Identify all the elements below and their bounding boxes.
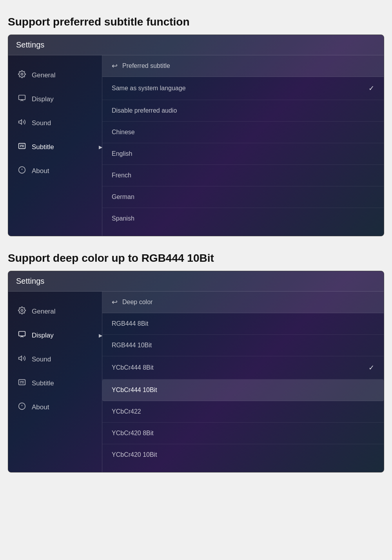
sidebar-item-general[interactable]: General — [8, 63, 102, 87]
sidebar-item-label-display: Display — [32, 95, 54, 103]
settings-panel-2: Settings GeneralDisplaySoundSubtitleAbou… — [8, 271, 384, 472]
section-title-2: Support deep color up to RGB444 10Bit — [8, 252, 384, 264]
content-list: RGB444 8BitRGB444 10BitYCbCr444 8Bit✓YCb… — [102, 313, 384, 465]
content-header: ↩Preferred subtitle — [102, 55, 384, 77]
sidebar-item-label-general: General — [32, 308, 55, 316]
svg-marker-12 — [19, 356, 22, 361]
list-item[interactable]: YCbCr444 10Bit — [102, 379, 384, 401]
list-item-label: YCbCr422 — [112, 408, 141, 415]
list-item-label: RGB444 8Bit — [112, 320, 148, 327]
list-item[interactable]: Spanish — [102, 208, 384, 229]
about-icon — [18, 402, 26, 412]
sidebar-item-label-subtitle: Subtitle — [32, 379, 54, 387]
list-item-label: Spanish — [112, 215, 134, 222]
list-item[interactable]: English — [102, 143, 384, 165]
section-title-1: Support preferred subtitle function — [8, 16, 384, 28]
list-item[interactable]: RGB444 10Bit — [102, 335, 384, 356]
list-item-label: Disable preferred audio — [112, 107, 177, 114]
sound-icon — [18, 354, 26, 364]
settings-header-1: Settings — [8, 35, 384, 55]
list-item-label: English — [112, 150, 132, 157]
svg-rect-3 — [19, 143, 25, 148]
sound-icon — [18, 118, 26, 128]
list-item[interactable]: German — [102, 186, 384, 208]
general-icon — [18, 70, 26, 80]
sidebar-item-label-subtitle: Subtitle — [32, 143, 54, 151]
list-item-label: YCbCr444 10Bit — [112, 387, 157, 394]
sidebar-item-label-display: Display — [32, 332, 54, 339]
subtitle-icon — [18, 142, 26, 152]
list-item-label: Chinese — [112, 129, 135, 136]
check-icon: ✓ — [368, 84, 374, 93]
list-item-label: YCbCr444 8Bit — [112, 364, 154, 371]
back-icon[interactable]: ↩ — [112, 298, 118, 306]
sidebar-item-label-sound: Sound — [32, 356, 51, 363]
list-item-label: YCbCr420 8Bit — [112, 430, 154, 437]
list-item[interactable]: YCbCr422 — [102, 401, 384, 423]
list-item-label: German — [112, 193, 134, 201]
back-icon[interactable]: ↩ — [112, 62, 118, 70]
list-item-label: Same as system language — [112, 85, 186, 92]
about-icon — [18, 166, 26, 176]
list-item[interactable]: Same as system language✓ — [102, 77, 384, 100]
settings-panel-1: Settings GeneralDisplaySoundSubtitleAbou… — [8, 35, 384, 236]
subtitle-icon — [18, 378, 26, 388]
list-item[interactable]: YCbCr444 8Bit✓ — [102, 356, 384, 379]
sidebar-item-label-general: General — [32, 71, 55, 79]
content-header: ↩Deep color — [102, 292, 384, 313]
settings-body-2: GeneralDisplaySoundSubtitleAbout ↩Deep c… — [8, 292, 384, 472]
sidebar-item-subtitle[interactable]: Subtitle — [8, 135, 102, 159]
check-icon: ✓ — [368, 363, 374, 372]
svg-point-0 — [21, 73, 23, 75]
list-item-label: RGB444 10Bit — [112, 342, 152, 349]
content-header-title: Preferred subtitle — [122, 62, 170, 69]
content-panel-2: ↩Deep colorRGB444 8BitRGB444 10BitYCbCr4… — [102, 292, 384, 472]
content-list: Same as system language✓Disable preferre… — [102, 77, 384, 229]
sidebar-1: GeneralDisplaySoundSubtitleAbout — [8, 55, 102, 236]
sidebar-item-sound[interactable]: Sound — [8, 111, 102, 135]
list-item-label: YCbCr420 10Bit — [112, 451, 157, 458]
sidebar-item-label-about: About — [32, 167, 49, 175]
settings-header-2: Settings — [8, 271, 384, 292]
sidebar-item-about[interactable]: About — [8, 159, 102, 183]
list-item[interactable]: Disable preferred audio — [102, 100, 384, 122]
sidebar-item-label-about: About — [32, 403, 49, 411]
content-panel-1: ↩Preferred subtitleSame as system langua… — [102, 55, 384, 236]
list-item[interactable]: French — [102, 165, 384, 186]
display-icon — [18, 94, 26, 104]
content-header-title: Deep color — [122, 299, 152, 306]
display-icon — [18, 330, 26, 340]
settings-body-1: GeneralDisplaySoundSubtitleAbout ↩Prefer… — [8, 55, 384, 236]
sidebar-2: GeneralDisplaySoundSubtitleAbout — [8, 292, 102, 472]
sidebar-item-label-sound: Sound — [32, 119, 51, 127]
svg-point-10 — [21, 310, 23, 312]
svg-rect-1 — [19, 95, 25, 100]
sidebar-item-sound[interactable]: Sound — [8, 347, 102, 371]
svg-rect-13 — [19, 379, 25, 385]
sidebar-item-display[interactable]: Display — [8, 323, 102, 347]
sidebar-item-display[interactable]: Display — [8, 87, 102, 111]
list-item-label: French — [112, 172, 131, 179]
list-item[interactable]: RGB444 8Bit — [102, 313, 384, 335]
sidebar-item-subtitle[interactable]: Subtitle — [8, 371, 102, 395]
sidebar-item-about[interactable]: About — [8, 395, 102, 419]
svg-rect-11 — [19, 332, 25, 336]
list-item[interactable]: YCbCr420 8Bit — [102, 423, 384, 444]
list-item[interactable]: YCbCr420 10Bit — [102, 444, 384, 465]
list-item[interactable]: Chinese — [102, 122, 384, 143]
sidebar-item-general[interactable]: General — [8, 299, 102, 323]
svg-marker-2 — [19, 120, 22, 124]
general-icon — [18, 306, 26, 316]
